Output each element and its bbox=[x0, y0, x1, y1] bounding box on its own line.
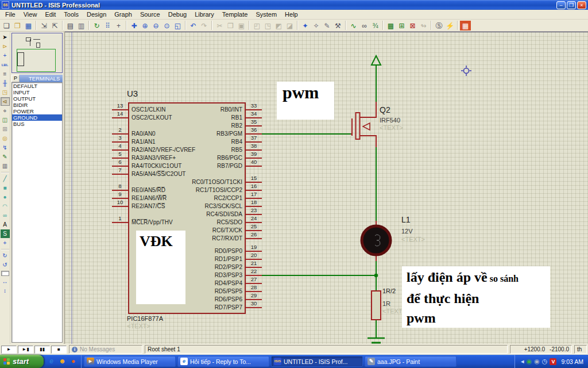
2d-symbol-icon[interactable]: S bbox=[1, 229, 10, 238]
selection-icon[interactable]: ➤ bbox=[1, 33, 10, 41]
terminal-item-input[interactable]: INPUT bbox=[12, 89, 62, 95]
tray-update-icon[interactable]: ◉ bbox=[527, 357, 532, 366]
2d-circle-icon[interactable]: ● bbox=[1, 193, 10, 201]
chip-pin-33[interactable]: 33RB0/INT bbox=[133, 106, 262, 114]
2d-path-icon[interactable]: ∞ bbox=[1, 211, 10, 220]
property-assignment-icon[interactable]: ¾ bbox=[370, 21, 381, 30]
schematic-canvas[interactable]: 13OSC1/CLKIN14OSC2/CLKOUT2RA0/AN03RA1/AN… bbox=[65, 32, 588, 344]
block-delete-icon[interactable]: ◪ bbox=[284, 21, 295, 30]
pan-icon[interactable]: ✚ bbox=[129, 21, 140, 30]
copy-icon[interactable]: ❐ bbox=[225, 21, 236, 30]
quicklaunch-ie-icon[interactable]: e bbox=[47, 357, 56, 366]
false-origin-icon[interactable]: + bbox=[113, 21, 124, 30]
chip-pin-35[interactable]: 35RB2 bbox=[133, 122, 262, 130]
text-script-icon[interactable]: ≡ bbox=[1, 70, 10, 78]
menu-debug[interactable]: Debug bbox=[164, 10, 191, 18]
menu-help[interactable]: Help bbox=[281, 10, 302, 18]
pause-button[interactable]: ▮▮ bbox=[34, 346, 50, 354]
generator-icon[interactable]: ◎ bbox=[1, 134, 10, 143]
block-rotate-icon[interactable]: ◩ bbox=[273, 21, 284, 30]
task-ie[interactable]: eHỏi tiếp - Reply to To... bbox=[177, 356, 269, 367]
rotate-cw-icon[interactable]: ↻ bbox=[1, 251, 10, 260]
terminal-item-default[interactable]: DEFAULT bbox=[12, 83, 62, 89]
chip-pin-34[interactable]: 34RB1 bbox=[133, 114, 262, 122]
tidy-icon[interactable]: ✧ bbox=[311, 21, 322, 30]
component-mode-icon[interactable]: ⊳ bbox=[1, 42, 10, 51]
undo-icon[interactable]: ↶ bbox=[188, 21, 199, 30]
zoom-out-icon[interactable]: ⊖ bbox=[150, 21, 161, 30]
resistor-value-label[interactable]: 1R bbox=[382, 300, 390, 307]
edit-part-icon[interactable]: ✦ bbox=[300, 21, 311, 30]
lamp-value-label[interactable]: 12V bbox=[401, 228, 413, 235]
terminal-item-power[interactable]: POWER bbox=[12, 108, 62, 114]
chip-ref-label[interactable]: U3 bbox=[127, 89, 138, 98]
ground-terminal[interactable] bbox=[368, 338, 385, 343]
chip-pin-36[interactable]: 36RB3/PGM bbox=[133, 130, 262, 138]
wire[interactable] bbox=[262, 134, 376, 338]
zoom-area-icon[interactable]: ◱ bbox=[172, 21, 183, 30]
task-isis[interactable]: ISISUNTITLED - ISIS Prof... bbox=[271, 356, 363, 367]
2d-marker-icon[interactable]: + bbox=[1, 239, 10, 247]
wire-junction-dot[interactable] bbox=[374, 274, 378, 277]
mosfet-q2-symbol[interactable] bbox=[351, 102, 376, 147]
redraw-icon[interactable]: ↻ bbox=[91, 21, 102, 30]
vdk-annotation[interactable]: VĐK bbox=[136, 231, 185, 304]
subcircuit-icon[interactable]: ◳ bbox=[1, 88, 10, 97]
2d-box-icon[interactable]: ■ bbox=[1, 183, 10, 192]
rotate-ccw-icon[interactable]: ↺ bbox=[1, 260, 10, 269]
terminal-item-bidir[interactable]: BIDIR bbox=[12, 102, 62, 108]
terminal-item-output[interactable]: OUTPUT bbox=[12, 95, 62, 102]
lamp-l1-symbol[interactable] bbox=[362, 221, 390, 261]
mirror-h-icon[interactable]: ↔ bbox=[1, 277, 10, 286]
goto-sheet-icon[interactable]: ↬ bbox=[418, 21, 429, 30]
restore-button[interactable]: ❐ bbox=[567, 1, 576, 9]
graph-mode-icon[interactable]: ◫ bbox=[1, 116, 10, 124]
bus-icon[interactable]: ╫ bbox=[1, 79, 10, 87]
close-button[interactable]: × bbox=[577, 1, 586, 9]
mosfet-ref-label[interactable]: Q2 bbox=[380, 105, 390, 114]
play-button[interactable]: ► bbox=[1, 346, 17, 354]
junction-dot-icon[interactable]: + bbox=[1, 51, 10, 60]
tray-clock-icon[interactable]: ◷ bbox=[542, 357, 548, 366]
remove-sheet-icon[interactable]: ⊠ bbox=[407, 21, 418, 30]
tape-recorder-icon[interactable]: ⊞ bbox=[1, 125, 10, 133]
chip-pin-24[interactable]: 24RC5/SDO bbox=[133, 218, 262, 227]
terminal-item-ground[interactable]: GROUND bbox=[12, 114, 62, 121]
new-sheet-icon[interactable]: ▩ bbox=[385, 21, 396, 30]
chip-pin-39[interactable]: 39RB6/PGC bbox=[133, 154, 262, 162]
resistor-ref-label[interactable]: 1R/2 bbox=[382, 288, 396, 294]
task-wmp[interactable]: ►Windows Media Player bbox=[84, 356, 176, 367]
voltage-probe-icon[interactable]: ↯ bbox=[1, 143, 10, 152]
minimap-viewport[interactable] bbox=[17, 49, 56, 72]
chip-pin-18[interactable]: 18RC3/SCK/SCL bbox=[133, 202, 262, 210]
resistor-symbol[interactable] bbox=[372, 291, 381, 320]
export-section-icon[interactable]: ⇱ bbox=[49, 21, 60, 30]
2d-text-icon[interactable]: A bbox=[1, 220, 10, 229]
search-tag-icon[interactable]: ∞ bbox=[359, 21, 370, 30]
wire-label-icon[interactable]: LBL bbox=[1, 60, 10, 69]
virtual-instrument-icon[interactable]: ▥ bbox=[1, 162, 10, 170]
block-copy-icon[interactable]: ◰ bbox=[252, 21, 262, 30]
chip-pin-40[interactable]: 40RB7/PGD bbox=[133, 162, 262, 170]
rotation-angle-field[interactable] bbox=[1, 271, 9, 276]
open-file-icon[interactable]: ❐ bbox=[12, 21, 23, 30]
note-annotation[interactable]: lấy điện áp về so sánh để thực hiện pwm bbox=[402, 266, 550, 328]
block-move-icon[interactable]: ◳ bbox=[262, 21, 273, 30]
menu-library[interactable]: Library bbox=[191, 10, 218, 18]
tray-collapse-icon[interactable]: ◂ bbox=[521, 357, 524, 366]
step-button[interactable]: ►▮ bbox=[18, 346, 33, 354]
tray-volume-icon[interactable]: ◉ bbox=[534, 357, 540, 366]
save-file-icon[interactable]: ▦ bbox=[23, 21, 34, 30]
new-file-icon[interactable]: ❏ bbox=[1, 21, 12, 30]
design-explorer-icon[interactable]: ⚒ bbox=[332, 21, 343, 30]
mirror-v-icon[interactable]: ↕ bbox=[1, 286, 10, 295]
paste-icon[interactable]: ▣ bbox=[236, 21, 247, 30]
chip-pin-30[interactable]: 30RD7/PSP7 bbox=[133, 304, 262, 312]
current-probe-icon[interactable]: ✎ bbox=[1, 152, 10, 161]
add-sheet-icon[interactable]: ⊞ bbox=[396, 21, 407, 30]
import-section-icon[interactable]: ⇲ bbox=[38, 21, 49, 30]
chip-part-label[interactable]: PIC16F877A bbox=[127, 315, 163, 322]
stop-button[interactable]: ■ bbox=[51, 346, 67, 354]
pick-devices-button[interactable]: P bbox=[11, 75, 20, 82]
netlist-to-ares-icon[interactable]: ▦ bbox=[460, 21, 471, 30]
